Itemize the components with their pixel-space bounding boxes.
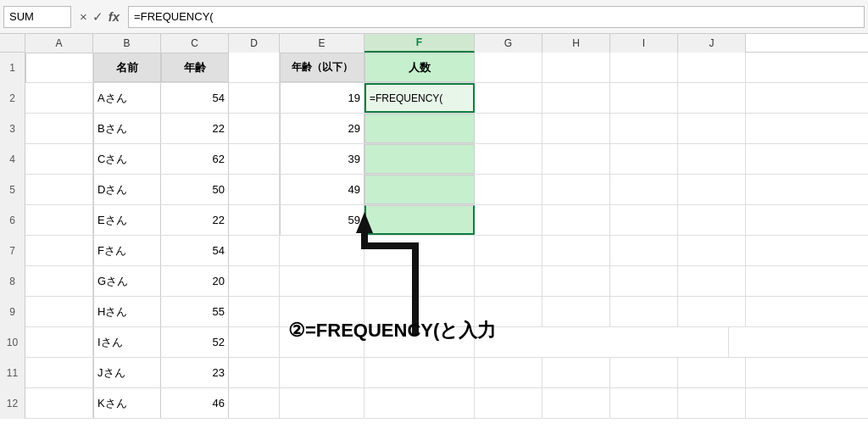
cell-j11[interactable] <box>678 358 746 387</box>
cell-d9[interactable]: 55 <box>161 297 229 326</box>
cell-d2[interactable]: 54 <box>161 83 229 113</box>
cell-h8[interactable] <box>542 266 610 296</box>
cell-c2[interactable]: Aさん <box>93 83 161 113</box>
cell-e10[interactable] <box>280 327 364 357</box>
cell-c3[interactable]: Bさん <box>93 114 161 143</box>
cell-f7[interactable] <box>364 236 475 265</box>
cell-g9[interactable] <box>475 297 542 326</box>
cell-h11[interactable] <box>542 358 610 387</box>
cell-b7[interactable] <box>25 236 93 265</box>
cell-j5[interactable] <box>678 175 746 204</box>
col-header-e[interactable]: E <box>280 34 364 53</box>
cell-i8[interactable] <box>610 266 678 296</box>
cell-i6[interactable] <box>610 205 678 235</box>
cell-d4[interactable]: 62 <box>161 144 229 174</box>
cell-g7[interactable] <box>475 236 542 265</box>
cell-h7[interactable] <box>542 236 610 265</box>
cell-j2[interactable] <box>678 83 746 113</box>
cell-j9[interactable] <box>678 297 746 326</box>
col-header-f[interactable]: F <box>364 34 475 53</box>
cell-g2[interactable] <box>475 83 542 113</box>
cell-h5[interactable] <box>542 175 610 204</box>
cell-h4[interactable] <box>542 144 610 174</box>
cell-c7[interactable]: Fさん <box>93 236 161 265</box>
cell-i4[interactable] <box>610 144 678 174</box>
cell-d6[interactable]: 22 <box>161 205 229 235</box>
cell-e11[interactable] <box>280 358 364 387</box>
cell-e1[interactable]: 年齢（以下） <box>280 53 364 82</box>
col-header-b[interactable]: B <box>93 34 161 53</box>
cell-c8[interactable]: Gさん <box>93 266 161 296</box>
cell-c5[interactable]: Dさん <box>93 175 161 204</box>
cell-d11[interactable]: 23 <box>161 358 229 387</box>
cell-b9[interactable] <box>25 297 93 326</box>
cell-e8-empty[interactable] <box>229 266 280 296</box>
col-header-c[interactable]: C <box>161 34 229 53</box>
cell-b6[interactable] <box>25 205 93 235</box>
cell-e6-empty[interactable] <box>229 205 280 235</box>
cell-e5[interactable]: 49 <box>280 175 364 204</box>
cell-e1-empty[interactable] <box>229 53 280 82</box>
name-box[interactable]: SUM <box>3 6 71 28</box>
cell-e7-empty[interactable] <box>229 236 280 265</box>
cell-d7[interactable]: 54 <box>161 236 229 265</box>
formula-input[interactable]: =FREQUENCY( <box>128 6 865 28</box>
cell-j3[interactable] <box>678 114 746 143</box>
cell-i11[interactable] <box>610 358 678 387</box>
cell-c10[interactable]: Iさん <box>93 327 161 357</box>
cell-e7[interactable] <box>280 236 364 265</box>
cell-b5[interactable] <box>25 175 93 204</box>
cell-g6[interactable] <box>475 205 542 235</box>
cell-f9[interactable] <box>364 297 475 326</box>
cell-f10[interactable] <box>364 327 475 357</box>
cell-e10-empty[interactable] <box>229 327 280 357</box>
cell-e4[interactable]: 39 <box>280 144 364 174</box>
col-header-a[interactable]: A <box>25 34 93 53</box>
cell-g3[interactable] <box>475 114 542 143</box>
fx-icon[interactable]: fx <box>108 9 120 24</box>
cell-j1[interactable] <box>678 53 746 82</box>
cell-i7[interactable] <box>610 236 678 265</box>
cell-e9-empty[interactable] <box>229 297 280 326</box>
cell-h3[interactable] <box>542 114 610 143</box>
cell-c4[interactable]: Cさん <box>93 144 161 174</box>
cell-g4[interactable] <box>475 144 542 174</box>
cell-d10[interactable]: 52 <box>161 327 229 357</box>
cell-g11[interactable] <box>475 358 542 387</box>
cell-i5[interactable] <box>610 175 678 204</box>
cell-f6[interactable] <box>364 205 475 235</box>
cell-e2-empty[interactable] <box>229 83 280 113</box>
cell-e9[interactable] <box>280 297 364 326</box>
cell-d1[interactable]: 年齢 <box>161 53 229 82</box>
cell-b4[interactable] <box>25 144 93 174</box>
cell-e5-empty[interactable] <box>229 175 280 204</box>
cell-d5[interactable]: 50 <box>161 175 229 204</box>
cell-f5[interactable] <box>364 175 475 204</box>
cell-i12[interactable] <box>610 388 678 418</box>
cell-c12[interactable]: Kさん <box>93 388 161 418</box>
cell-f3[interactable] <box>364 114 475 143</box>
cell-j4[interactable] <box>678 144 746 174</box>
cell-e12[interactable] <box>280 388 364 418</box>
cell-i9[interactable] <box>610 297 678 326</box>
cell-j12[interactable] <box>678 388 746 418</box>
cell-j7[interactable] <box>678 236 746 265</box>
cell-g5[interactable] <box>475 175 542 204</box>
cell-e2[interactable]: 19 <box>280 83 364 113</box>
col-header-j[interactable]: J <box>678 34 746 53</box>
confirm-icon[interactable]: ✓ <box>92 9 103 25</box>
cell-e12-empty[interactable] <box>229 388 280 418</box>
cell-f2[interactable]: =FREQUENCY( FREQUENCY(データ配列, 区間配列) <box>364 83 475 113</box>
col-header-g[interactable]: G <box>475 34 542 53</box>
cell-f8[interactable] <box>364 266 475 296</box>
col-header-h[interactable]: H <box>542 34 610 53</box>
cell-b2[interactable] <box>25 83 93 113</box>
cell-g8[interactable] <box>475 266 542 296</box>
cell-e6[interactable]: 59 <box>280 205 364 235</box>
cell-d3[interactable]: 22 <box>161 114 229 143</box>
cell-e4-empty[interactable] <box>229 144 280 174</box>
cell-i2[interactable] <box>610 83 678 113</box>
cell-b3[interactable] <box>25 114 93 143</box>
cell-h9[interactable] <box>542 297 610 326</box>
cell-c9[interactable]: Hさん <box>93 297 161 326</box>
